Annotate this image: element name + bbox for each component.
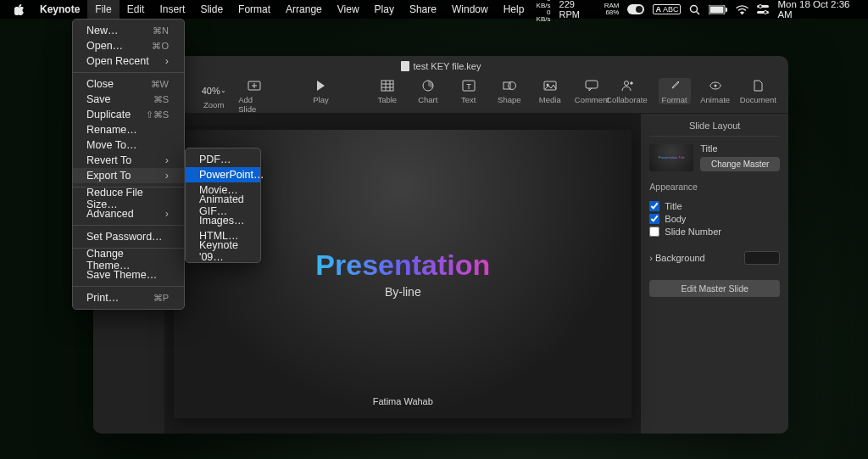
checkbox-title[interactable]: Title — [649, 201, 780, 211]
export-keynote09[interactable]: Keynote '09… — [186, 243, 260, 259]
chevron-right-icon: › — [165, 170, 169, 182]
export-images[interactable]: Images… — [186, 213, 260, 228]
text-icon: T — [462, 78, 476, 93]
menu-play[interactable]: Play — [367, 0, 402, 19]
fan-rpm: 229 RPM — [559, 0, 596, 20]
document-icon — [401, 61, 409, 71]
checkbox-slide-number[interactable]: Slide Number — [649, 227, 780, 237]
input-source[interactable]: AABC — [653, 4, 681, 14]
menu-slide[interactable]: Slide — [192, 0, 231, 19]
change-master-button[interactable]: Change Master — [700, 157, 780, 171]
apple-menu[interactable] — [7, 0, 32, 19]
svg-point-9 — [759, 5, 762, 8]
file-reduce-size[interactable]: Reduce File Size… — [73, 191, 184, 206]
menu-window[interactable]: Window — [444, 0, 496, 19]
control-center-icon[interactable] — [757, 4, 769, 14]
file-close[interactable]: Close⌘W — [73, 76, 184, 92]
slide-title[interactable]: Presentation — [315, 249, 490, 282]
table-icon — [381, 78, 394, 93]
menu-arrange[interactable]: Arrange — [278, 0, 330, 19]
master-thumbnail[interactable]: Presentation Title — [649, 144, 693, 171]
menu-edit[interactable]: Edit — [120, 0, 153, 19]
slide-author[interactable]: Fatima Wahab — [373, 396, 433, 406]
shape-icon — [503, 78, 516, 93]
master-name: Title — [700, 143, 780, 154]
export-powerpoint[interactable]: PowerPoint… — [186, 167, 260, 182]
svg-point-1 — [636, 6, 643, 13]
file-open-recent[interactable]: Open Recent› — [73, 53, 184, 69]
chevron-right-icon: › — [649, 253, 653, 263]
animate-tab[interactable]: Animate — [699, 78, 732, 104]
document-tab-icon — [753, 78, 763, 93]
svg-line-3 — [697, 11, 700, 14]
zoom-control[interactable]: 40% ⌄ Zoom — [198, 78, 230, 114]
chart-icon — [421, 78, 435, 93]
file-duplicate[interactable]: Duplicate⇧⌘S — [73, 107, 184, 122]
menu-file[interactable]: File — [87, 0, 119, 19]
file-revert-to[interactable]: Revert To› — [73, 153, 184, 168]
plus-icon — [248, 78, 261, 93]
animate-icon — [709, 78, 722, 93]
svg-rect-5 — [710, 6, 724, 13]
brush-icon — [669, 78, 681, 93]
file-set-password[interactable]: Set Password… — [73, 229, 184, 244]
file-menu: New…⌘N Open…⌘O Open Recent› Close⌘W Save… — [72, 19, 185, 310]
shape-button[interactable]: Shape — [493, 78, 526, 104]
play-button[interactable]: Play — [304, 78, 337, 104]
wifi-icon[interactable] — [736, 5, 748, 14]
file-new[interactable]: New…⌘N — [73, 23, 184, 38]
menu-share[interactable]: Share — [402, 0, 444, 19]
checkbox-body[interactable]: Body — [649, 214, 780, 224]
svg-rect-26 — [586, 81, 598, 88]
file-advanced[interactable]: Advanced› — [73, 206, 184, 221]
media-icon — [543, 78, 557, 93]
net-usage: 0 KB/s0 KB/s — [531, 0, 550, 23]
document-tab[interactable]: Document — [740, 78, 776, 104]
svg-rect-14 — [381, 81, 393, 91]
toggle-pill-icon[interactable] — [627, 4, 644, 14]
menu-help[interactable]: Help — [496, 0, 532, 19]
inspector-header: Slide Layout — [649, 119, 780, 137]
comment-button[interactable]: Comment — [575, 78, 609, 104]
text-button[interactable]: T Text — [453, 78, 485, 104]
svg-point-2 — [691, 5, 698, 12]
file-change-theme[interactable]: Change Theme… — [73, 252, 184, 267]
edit-master-button[interactable]: Edit Master Slide — [649, 280, 780, 297]
file-move-to[interactable]: Move To… — [73, 137, 184, 153]
add-slide-button[interactable]: Add Slide — [238, 78, 270, 114]
spotlight-icon[interactable] — [689, 4, 700, 15]
chart-button[interactable]: Chart — [412, 78, 444, 104]
svg-point-31 — [714, 85, 716, 87]
export-animated-gif[interactable]: Animated GIF… — [186, 198, 260, 213]
clock[interactable]: Mon 18 Oct 2:36 AM — [777, 0, 861, 20]
media-button[interactable]: Media — [534, 78, 566, 104]
svg-rect-6 — [726, 8, 727, 12]
file-export-to[interactable]: Export To› — [73, 168, 184, 183]
format-tab[interactable]: Format — [659, 78, 691, 104]
file-open[interactable]: Open…⌘O — [73, 38, 184, 53]
background-disclosure[interactable]: › Background — [649, 253, 704, 263]
file-rename[interactable]: Rename… — [73, 122, 184, 137]
inspector: Slide Layout Presentation Title Title Ch… — [640, 114, 788, 434]
table-button[interactable]: Table — [371, 78, 403, 104]
export-submenu: PDF… PowerPoint… Movie… Animated GIF… Im… — [185, 148, 261, 263]
app-name[interactable]: Keynote — [32, 0, 87, 19]
file-print[interactable]: Print…⌘P — [73, 290, 184, 305]
ram-usage: RAM68% — [604, 3, 620, 16]
comment-icon — [585, 78, 598, 93]
menu-format[interactable]: Format — [231, 0, 278, 19]
menu-view[interactable]: View — [330, 0, 367, 19]
collaborate-button[interactable]: Collaborate — [609, 78, 644, 104]
collaborate-icon — [619, 78, 634, 93]
chevron-right-icon: › — [165, 154, 169, 166]
menu-insert[interactable]: Insert — [152, 0, 192, 19]
chevron-right-icon: › — [165, 208, 169, 220]
chevron-down-icon: ⌄ — [220, 87, 226, 94]
background-swatch[interactable] — [744, 251, 780, 265]
apple-icon — [14, 4, 25, 15]
file-save[interactable]: Save⌘S — [73, 92, 184, 107]
slide-byline[interactable]: By-line — [385, 285, 421, 299]
battery-icon[interactable] — [709, 5, 727, 14]
svg-point-23 — [508, 82, 515, 90]
export-pdf[interactable]: PDF… — [186, 152, 260, 167]
